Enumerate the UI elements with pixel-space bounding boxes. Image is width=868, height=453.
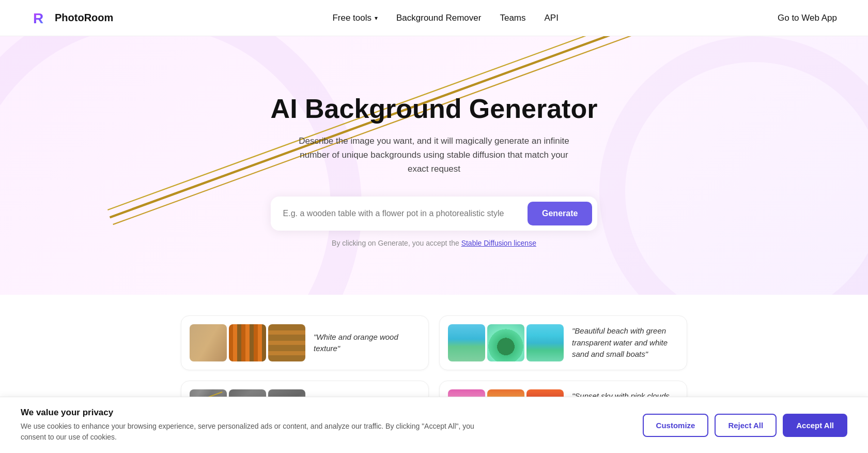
example-image-beach-3	[526, 324, 564, 361]
nav-item-background-remover[interactable]: Background Remover	[396, 13, 481, 23]
cookie-description: We use cookies to enhance your browsing …	[21, 421, 486, 435]
accept-all-button[interactable]: Accept All	[783, 414, 847, 436]
hero-subtitle: Describe the image you want, and it will…	[295, 134, 574, 176]
chevron-down-icon: ▾	[375, 14, 378, 22]
example-image-beach-1	[448, 324, 485, 361]
reject-all-button[interactable]: Reject All	[715, 414, 777, 436]
nav-item-teams[interactable]: Teams	[500, 13, 525, 23]
generate-button[interactable]: Generate	[528, 202, 592, 225]
logo-text: PhotoRoom	[55, 12, 113, 24]
cookie-buttons: Customize Reject All Accept All	[643, 414, 847, 436]
go-to-web-app-link[interactable]: Go to Web App	[778, 13, 837, 23]
example-quote-wood: "White and orange wood texture"	[314, 331, 420, 355]
prompt-input[interactable]	[283, 209, 528, 218]
prompt-input-container: Generate	[271, 197, 598, 231]
example-card-wood: "White and orange wood texture"	[181, 315, 429, 370]
example-images-beach	[448, 324, 564, 361]
cookie-title: We value your privacy	[21, 407, 486, 418]
logo-icon: R	[31, 9, 50, 27]
hero-content: AI Background Generator Describe the ima…	[271, 94, 598, 248]
license-note: By clicking on Generate, you accept the …	[271, 239, 598, 247]
example-image-beach-2	[487, 324, 524, 361]
page-title: AI Background Generator	[271, 94, 598, 124]
nav-links: Free tools ▾ Background Remover Teams AP…	[332, 13, 559, 23]
example-image-wood-3	[268, 324, 305, 361]
example-quote-beach: "Beautiful beach with green transparent …	[572, 325, 678, 360]
nav-item-free-tools[interactable]: Free tools ▾	[332, 13, 378, 23]
example-card-beach: "Beautiful beach with green transparent …	[439, 315, 687, 370]
logo[interactable]: R PhotoRoom	[31, 9, 113, 27]
example-image-wood-2	[229, 324, 266, 361]
hero-section: AI Background Generator Describe the ima…	[0, 36, 868, 295]
example-image-wood-1	[190, 324, 227, 361]
navbar: R PhotoRoom Free tools ▾ Background Remo…	[0, 0, 868, 36]
cookie-text-block: We value your privacy We use cookies to …	[21, 407, 486, 435]
cookie-banner: We value your privacy We use cookies to …	[0, 397, 868, 435]
stable-diffusion-license-link[interactable]: Stable Diffusion license	[461, 239, 536, 247]
customize-button[interactable]: Customize	[643, 414, 709, 436]
svg-text:R: R	[33, 10, 43, 26]
example-images-wood	[190, 324, 305, 361]
nav-item-api[interactable]: API	[545, 13, 559, 23]
